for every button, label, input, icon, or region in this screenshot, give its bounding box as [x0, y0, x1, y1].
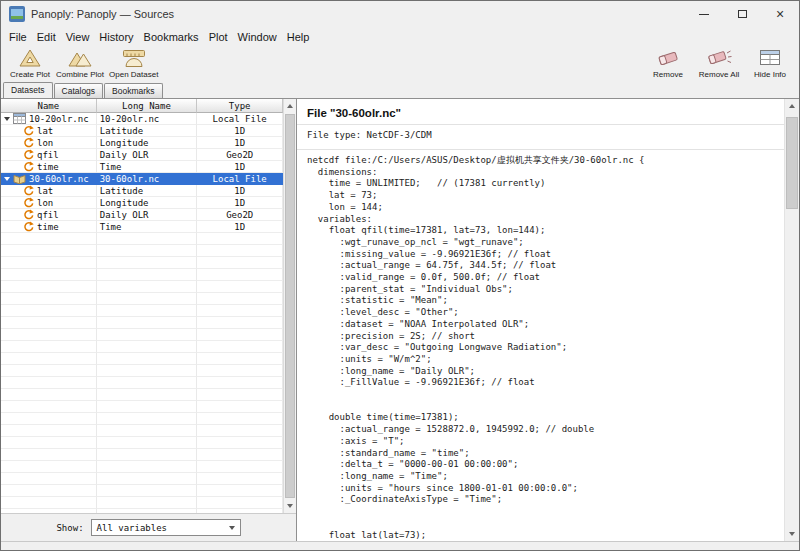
column-header-long-name[interactable]: Long Name — [97, 99, 198, 113]
empty-grid-row — [1, 401, 283, 413]
empty-cell — [97, 329, 198, 341]
tree-row-lon[interactable]: lonLongitude1D — [1, 197, 283, 209]
scroll-down-icon[interactable] — [284, 499, 296, 513]
tree-row-lat[interactable]: latLatitude1D — [1, 185, 283, 197]
empty-grid-row — [1, 233, 283, 245]
tree-row-qfil[interactable]: qfilDaily OLRGeo2D — [1, 149, 283, 161]
empty-cell — [1, 425, 97, 437]
show-variables-dropdown[interactable]: All variables — [91, 519, 241, 536]
remove-all-icon — [706, 47, 732, 69]
close-button[interactable]: × — [761, 1, 799, 27]
main-split: NameLong NameType 10-20olr.nc10-20olr.nc… — [1, 98, 799, 542]
name-text: time — [37, 222, 59, 232]
tab-bookmarks[interactable]: Bookmarks — [104, 83, 163, 98]
toolbar-button-label: Remove — [653, 70, 683, 79]
empty-cell — [197, 269, 283, 281]
tab-catalogs[interactable]: Catalogs — [54, 83, 104, 98]
variable-icon — [23, 197, 34, 208]
name-text: 10-20olr.nc — [29, 114, 89, 124]
tree-row-10-20olr-nc-dataset[interactable]: 10-20olr.nc10-20olr.ncLocal File — [1, 113, 283, 125]
tree-cell-long-name: 30-60olr.nc — [97, 173, 198, 185]
scroll-down-icon[interactable] — [785, 527, 799, 541]
empty-cell — [197, 233, 283, 245]
combine-plot-button[interactable]: Combine Plot — [56, 47, 104, 79]
minimize-button[interactable] — [685, 1, 723, 27]
toolbar-button-label: Combine Plot — [56, 70, 104, 79]
tree-row-time[interactable]: timeTime1D — [1, 161, 283, 173]
empty-cell — [197, 341, 283, 353]
tree-cell-name: lat — [1, 125, 97, 137]
menu-plot[interactable]: Plot — [204, 31, 233, 43]
empty-grid-row — [1, 257, 283, 269]
menu-help[interactable]: Help — [282, 31, 315, 43]
remove-button[interactable]: Remove — [647, 47, 689, 79]
tree-row-time[interactable]: timeTime1D — [1, 221, 283, 233]
empty-grid-row — [1, 509, 283, 513]
tree-cell-type: 1D — [197, 221, 283, 233]
empty-grid-row — [1, 389, 283, 401]
empty-cell — [97, 401, 198, 413]
scroll-up-icon[interactable] — [785, 99, 799, 113]
tree-table: NameLong NameType 10-20olr.nc10-20olr.nc… — [1, 99, 296, 513]
column-header-type[interactable]: Type — [197, 99, 283, 113]
empty-cell — [97, 293, 198, 305]
tree-row-30-60olr-nc-dataset[interactable]: 30-60olr.nc30-60olr.ncLocal File — [1, 173, 283, 185]
empty-cell — [97, 485, 198, 497]
empty-cell — [97, 269, 198, 281]
empty-cell — [197, 497, 283, 509]
empty-cell — [197, 293, 283, 305]
maximize-icon — [738, 10, 747, 18]
menu-edit[interactable]: Edit — [32, 31, 61, 43]
empty-grid-row — [1, 245, 283, 257]
empty-cell — [97, 365, 198, 377]
empty-cell — [1, 473, 97, 485]
menu-view[interactable]: View — [61, 31, 95, 43]
tree-cell-long-name: Time — [97, 161, 198, 173]
info-scrollbar[interactable] — [784, 99, 799, 541]
empty-cell — [1, 293, 97, 305]
tree-scrollbar-thumb[interactable] — [285, 114, 295, 498]
empty-cell — [1, 317, 97, 329]
tree-row-lon[interactable]: lonLongitude1D — [1, 137, 283, 149]
tree-cell-name: 10-20olr.nc — [1, 113, 97, 125]
column-header-name[interactable]: Name — [1, 99, 97, 113]
menu-window[interactable]: Window — [233, 31, 282, 43]
tab-datasets[interactable]: Datasets — [3, 82, 53, 98]
empty-cell — [1, 413, 97, 425]
tree-row-qfil[interactable]: qfilDaily OLRGeo2D — [1, 209, 283, 221]
variable-icon — [23, 185, 34, 196]
menu-history[interactable]: History — [94, 31, 138, 43]
toolbar-button-label: Create Plot — [10, 70, 50, 79]
open-dataset-button[interactable]: Open Dataset — [109, 47, 158, 79]
menu-bookmarks[interactable]: Bookmarks — [139, 31, 204, 43]
expand-collapse-icon[interactable] — [4, 117, 10, 121]
menu-file[interactable]: File — [4, 31, 32, 43]
info-scrollbar-thumb[interactable] — [786, 117, 798, 209]
maximize-button[interactable] — [723, 1, 761, 27]
combine-plot-icon — [67, 47, 93, 69]
empty-cell — [1, 497, 97, 509]
tree-cell-long-name: Daily OLR — [97, 149, 198, 161]
empty-cell — [97, 233, 198, 245]
expand-collapse-icon[interactable] — [4, 177, 10, 181]
remove-all-button[interactable]: Remove All — [698, 47, 740, 79]
scroll-up-icon[interactable] — [284, 99, 296, 113]
empty-cell — [1, 305, 97, 317]
variable-icon — [23, 125, 34, 136]
tree-row-lat[interactable]: latLatitude1D — [1, 125, 283, 137]
remove-icon — [655, 47, 681, 69]
empty-cell — [97, 257, 198, 269]
empty-cell — [1, 389, 97, 401]
empty-grid-row — [1, 377, 283, 389]
tree-scrollbar[interactable] — [283, 99, 296, 513]
empty-cell — [197, 449, 283, 461]
hide-info-button[interactable]: Hide Info — [749, 47, 791, 79]
empty-cell — [1, 341, 97, 353]
empty-cell — [197, 365, 283, 377]
toolbar-button-label: Remove All — [699, 70, 739, 79]
empty-cell — [1, 269, 97, 281]
create-plot-button[interactable]: Create Plot — [9, 47, 51, 79]
empty-grid-row — [1, 449, 283, 461]
empty-cell — [1, 233, 97, 245]
empty-cell — [1, 401, 97, 413]
